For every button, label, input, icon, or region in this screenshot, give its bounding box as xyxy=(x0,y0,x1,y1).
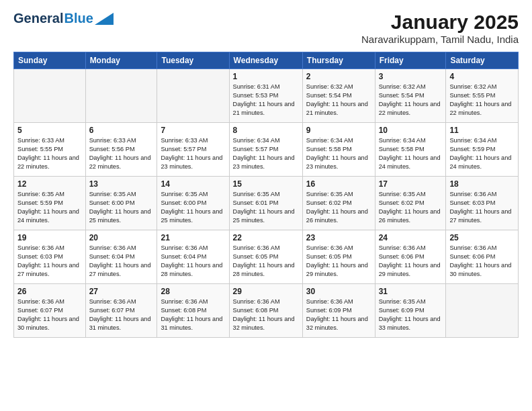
day-number: 27 xyxy=(89,287,154,296)
table-row: 20Sunrise: 6:36 AMSunset: 6:04 PMDayligh… xyxy=(85,230,157,284)
col-friday: Friday xyxy=(375,52,446,69)
calendar-week-row: 12Sunrise: 6:35 AMSunset: 5:59 PMDayligh… xyxy=(14,177,519,230)
day-number: 7 xyxy=(161,126,225,135)
day-number: 13 xyxy=(89,179,154,189)
day-number: 17 xyxy=(379,179,443,189)
day-number: 12 xyxy=(17,179,82,189)
day-info: Sunrise: 6:36 AMSunset: 6:05 PMDaylight:… xyxy=(233,244,299,279)
day-info: Sunrise: 6:36 AMSunset: 6:08 PMDaylight:… xyxy=(161,298,225,332)
day-number: 29 xyxy=(233,287,299,296)
day-info: Sunrise: 6:36 AMSunset: 6:08 PMDaylight:… xyxy=(233,298,299,332)
day-number: 3 xyxy=(379,72,443,81)
day-number: 14 xyxy=(161,179,225,189)
calendar-week-row: 5Sunrise: 6:33 AMSunset: 5:55 PMDaylight… xyxy=(14,123,519,177)
day-number: 6 xyxy=(89,126,154,135)
calendar-header-row: Sunday Monday Tuesday Wednesday Thursday… xyxy=(14,52,519,69)
table-row xyxy=(85,69,157,123)
table-row: 8Sunrise: 6:34 AMSunset: 5:57 PMDaylight… xyxy=(229,123,302,177)
day-info: Sunrise: 6:32 AMSunset: 5:54 PMDaylight:… xyxy=(379,83,443,118)
logo-general: General xyxy=(13,11,63,26)
day-number: 31 xyxy=(379,287,443,296)
col-thursday: Thursday xyxy=(302,52,375,69)
calendar-week-row: 19Sunrise: 6:36 AMSunset: 6:03 PMDayligh… xyxy=(14,230,519,284)
table-row: 21Sunrise: 6:36 AMSunset: 6:04 PMDayligh… xyxy=(157,230,229,284)
logo: General Blue xyxy=(13,11,114,26)
day-number: 16 xyxy=(306,179,371,189)
table-row: 5Sunrise: 6:33 AMSunset: 5:55 PMDaylight… xyxy=(14,123,86,177)
day-number: 8 xyxy=(233,126,299,135)
table-row: 12Sunrise: 6:35 AMSunset: 5:59 PMDayligh… xyxy=(14,177,86,230)
day-info: Sunrise: 6:36 AMSunset: 6:06 PMDaylight:… xyxy=(379,244,443,279)
calendar-subtitle: Naravarikuppam, Tamil Nadu, India xyxy=(361,34,519,45)
calendar-week-row: 26Sunrise: 6:36 AMSunset: 6:07 PMDayligh… xyxy=(14,284,519,338)
day-info: Sunrise: 6:35 AMSunset: 6:00 PMDaylight:… xyxy=(161,190,225,225)
header: General Blue January 2025 Naravarikuppam… xyxy=(13,11,519,45)
table-row: 15Sunrise: 6:35 AMSunset: 6:01 PMDayligh… xyxy=(229,177,302,230)
day-info: Sunrise: 6:36 AMSunset: 6:03 PMDaylight:… xyxy=(449,190,515,225)
table-row: 24Sunrise: 6:36 AMSunset: 6:06 PMDayligh… xyxy=(375,230,446,284)
day-info: Sunrise: 6:36 AMSunset: 6:04 PMDaylight:… xyxy=(161,244,225,279)
table-row xyxy=(14,69,86,123)
day-number: 22 xyxy=(233,233,299,242)
table-row: 22Sunrise: 6:36 AMSunset: 6:05 PMDayligh… xyxy=(229,230,302,284)
day-number: 26 xyxy=(17,287,82,296)
day-number: 28 xyxy=(161,287,225,296)
day-info: Sunrise: 6:35 AMSunset: 6:00 PMDaylight:… xyxy=(89,190,154,225)
day-info: Sunrise: 6:34 AMSunset: 5:57 PMDaylight:… xyxy=(233,136,299,171)
col-tuesday: Tuesday xyxy=(157,52,229,69)
table-row: 6Sunrise: 6:33 AMSunset: 5:56 PMDaylight… xyxy=(85,123,157,177)
table-row: 18Sunrise: 6:36 AMSunset: 6:03 PMDayligh… xyxy=(446,177,519,230)
day-info: Sunrise: 6:31 AMSunset: 5:53 PMDaylight:… xyxy=(233,83,299,118)
table-row: 29Sunrise: 6:36 AMSunset: 6:08 PMDayligh… xyxy=(229,284,302,338)
table-row: 10Sunrise: 6:34 AMSunset: 5:58 PMDayligh… xyxy=(375,123,446,177)
table-row: 7Sunrise: 6:33 AMSunset: 5:57 PMDaylight… xyxy=(157,123,229,177)
col-saturday: Saturday xyxy=(446,52,519,69)
col-monday: Monday xyxy=(85,52,157,69)
day-info: Sunrise: 6:36 AMSunset: 6:06 PMDaylight:… xyxy=(449,244,515,279)
table-row: 28Sunrise: 6:36 AMSunset: 6:08 PMDayligh… xyxy=(157,284,229,338)
day-info: Sunrise: 6:36 AMSunset: 6:09 PMDaylight:… xyxy=(306,298,371,332)
day-info: Sunrise: 6:33 AMSunset: 5:55 PMDaylight:… xyxy=(17,136,82,171)
table-row: 3Sunrise: 6:32 AMSunset: 5:54 PMDaylight… xyxy=(375,69,446,123)
table-row: 26Sunrise: 6:36 AMSunset: 6:07 PMDayligh… xyxy=(14,284,86,338)
day-info: Sunrise: 6:33 AMSunset: 5:57 PMDaylight:… xyxy=(161,136,225,171)
day-number: 4 xyxy=(449,72,515,81)
day-number: 9 xyxy=(306,126,371,135)
table-row: 30Sunrise: 6:36 AMSunset: 6:09 PMDayligh… xyxy=(302,284,375,338)
table-row: 11Sunrise: 6:34 AMSunset: 5:59 PMDayligh… xyxy=(446,123,519,177)
day-number: 2 xyxy=(306,72,371,81)
page: General Blue January 2025 Naravarikuppam… xyxy=(0,0,532,345)
table-row: 25Sunrise: 6:36 AMSunset: 6:06 PMDayligh… xyxy=(446,230,519,284)
day-info: Sunrise: 6:36 AMSunset: 6:07 PMDaylight:… xyxy=(17,298,82,332)
day-info: Sunrise: 6:35 AMSunset: 6:01 PMDaylight:… xyxy=(233,190,299,225)
day-number: 19 xyxy=(17,233,82,242)
day-info: Sunrise: 6:32 AMSunset: 5:55 PMDaylight:… xyxy=(449,83,515,118)
day-number: 15 xyxy=(233,179,299,189)
calendar-table: Sunday Monday Tuesday Wednesday Thursday… xyxy=(13,52,519,338)
day-info: Sunrise: 6:35 AMSunset: 6:09 PMDaylight:… xyxy=(379,298,443,332)
day-info: Sunrise: 6:35 AMSunset: 6:02 PMDaylight:… xyxy=(379,190,443,225)
day-info: Sunrise: 6:36 AMSunset: 6:04 PMDaylight:… xyxy=(89,244,154,279)
table-row: 31Sunrise: 6:35 AMSunset: 6:09 PMDayligh… xyxy=(375,284,446,338)
day-number: 21 xyxy=(161,233,225,242)
day-info: Sunrise: 6:36 AMSunset: 6:05 PMDaylight:… xyxy=(306,244,371,279)
day-number: 25 xyxy=(449,233,515,242)
day-info: Sunrise: 6:34 AMSunset: 5:58 PMDaylight:… xyxy=(306,136,371,171)
table-row: 27Sunrise: 6:36 AMSunset: 6:07 PMDayligh… xyxy=(85,284,157,338)
table-row: 2Sunrise: 6:32 AMSunset: 5:54 PMDaylight… xyxy=(302,69,375,123)
table-row: 23Sunrise: 6:36 AMSunset: 6:05 PMDayligh… xyxy=(302,230,375,284)
calendar-title: January 2025 xyxy=(361,11,519,34)
logo-blue: Blue xyxy=(64,11,93,26)
day-info: Sunrise: 6:34 AMSunset: 5:58 PMDaylight:… xyxy=(379,136,443,171)
col-wednesday: Wednesday xyxy=(229,52,302,69)
day-number: 23 xyxy=(306,233,371,242)
table-row: 16Sunrise: 6:35 AMSunset: 6:02 PMDayligh… xyxy=(302,177,375,230)
day-number: 1 xyxy=(233,72,299,81)
calendar-week-row: 1Sunrise: 6:31 AMSunset: 5:53 PMDaylight… xyxy=(14,69,519,123)
svg-marker-0 xyxy=(95,13,114,25)
table-row: 14Sunrise: 6:35 AMSunset: 6:00 PMDayligh… xyxy=(157,177,229,230)
day-info: Sunrise: 6:36 AMSunset: 6:07 PMDaylight:… xyxy=(89,298,154,332)
day-info: Sunrise: 6:35 AMSunset: 5:59 PMDaylight:… xyxy=(17,190,82,225)
day-number: 11 xyxy=(449,126,515,135)
logo-wing-icon xyxy=(95,13,114,25)
